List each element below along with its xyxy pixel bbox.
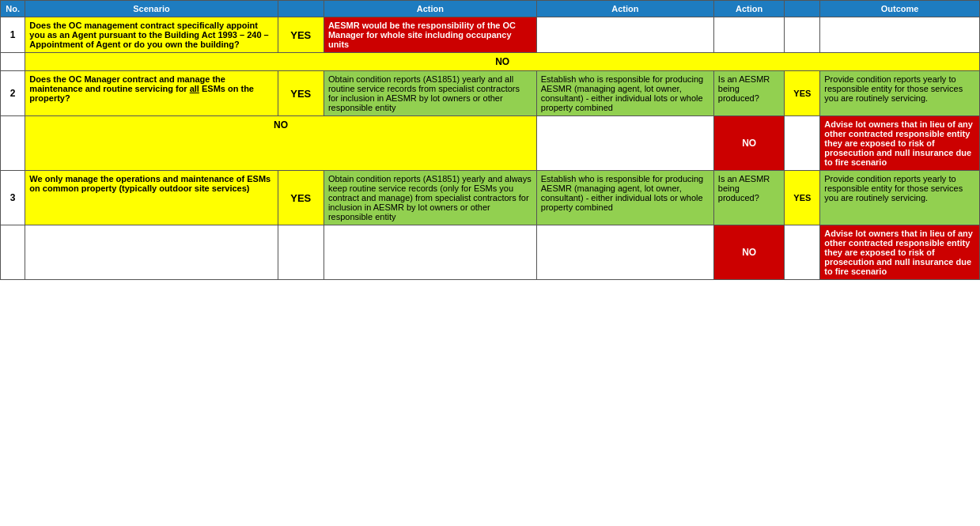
no-sep3-empty [785,225,820,280]
row1-yn2 [785,17,820,53]
row2-action3: Is an AESMR being produced? [713,71,785,116]
row3-no: 3 [1,171,25,225]
row1-scenario: Does the OC management contract specific… [25,17,278,53]
header-no: No. [1,1,25,17]
no-sep3-action2 [536,225,713,280]
row3-no-outcome: Advise lot owners that in lieu of any ot… [820,225,980,280]
row2-yn2: YES [785,71,820,116]
row2-no: 2 [1,71,25,116]
header-yn2 [785,1,820,17]
no-sep2-label: NO [25,116,536,171]
row2-no-action3: NO [713,116,785,171]
header-action1: Action [324,1,536,17]
row2-no-outcome: Advise lot owners that in lieu of any ot… [820,116,980,171]
header-action2: Action [536,1,713,17]
no-sep3-scenario [25,225,278,280]
no-sep2-empty2 [785,116,820,171]
no-sep2-no [1,116,25,171]
no-separator-1: NO [1,53,980,71]
table-row: 1 Does the OC management contract specif… [1,17,980,53]
row2-yn1: YES [278,71,324,116]
row1-action3 [713,17,785,53]
row3-scenario: We only manage the operations and mainte… [25,171,278,225]
no-sep1-no [1,53,25,71]
header-yn1 [278,1,324,17]
table-row-2: 2 Does the OC Manager contract and manag… [1,71,980,116]
row2-scenario: Does the OC Manager contract and manage … [25,71,278,116]
no-sep1-label: NO [25,53,980,71]
row1-action2 [536,17,713,53]
row1-outcome [820,17,980,53]
no-sep3-no [1,225,25,280]
row3-action3: Is an AESMR being produced? [713,171,785,225]
row3-outcome: Provide condition reports yearly to resp… [820,171,980,225]
header-outcome: Outcome [820,1,980,17]
no-separator-2: NO NO Advise lot owners that in lieu of … [1,116,980,171]
no-sep3-action1 [324,225,536,280]
header-scenario: Scenario [25,1,278,17]
row3-action1: Obtain condition reports (AS1851) yearly… [324,171,536,225]
row3-yn2: YES [785,171,820,225]
row3-no-action3: NO [713,225,785,280]
header-action3: Action [713,1,785,17]
row1-yn1: YES [278,17,324,53]
row3-yn1: YES [278,171,324,225]
row1-action1: AESMR would be the responsibility of the… [324,17,536,53]
row2-action2: Establish who is responsible for produci… [536,71,713,116]
row1-no: 1 [1,17,25,53]
row2-action1: Obtain condition reports (AS1851) yearly… [324,71,536,116]
no-sep2-empty1 [536,116,713,171]
no-separator-3: NO Advise lot owners that in lieu of any… [1,225,980,280]
no-sep3-yn1 [278,225,324,280]
row2-outcome: Provide condition reports yearly to resp… [820,71,980,116]
row3-action2: Establish who is responsible for produci… [536,171,713,225]
table-row-3: 3 We only manage the operations and main… [1,171,980,225]
